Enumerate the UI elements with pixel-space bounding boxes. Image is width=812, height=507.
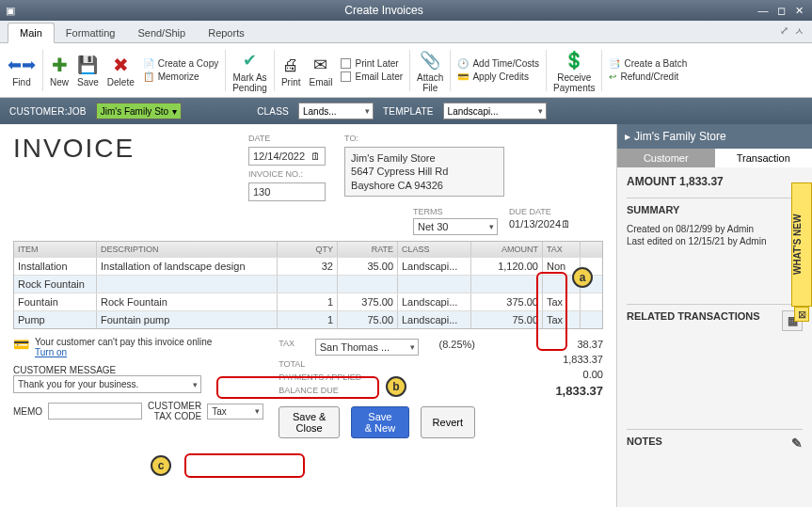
callout-a: a: [572, 267, 593, 288]
online-pay-msg: Your customer can't pay this invoice onl…: [35, 337, 212, 347]
receive-payments-button[interactable]: 💲 Receive Payments: [549, 48, 598, 93]
tax-item-select[interactable]: San Thomas ...: [315, 339, 419, 356]
table-row[interactable]: InstallationInstallation of landscape de…: [14, 257, 602, 275]
table-row[interactable]: Rock Fountain: [14, 275, 602, 293]
find-button[interactable]: ⬅➡ Find: [4, 53, 40, 87]
email-button[interactable]: ✉ Email: [305, 53, 336, 87]
save-button[interactable]: 💾 Save: [73, 53, 103, 87]
titlebar: ▣ Create Invoices — ◻ ✕: [0, 0, 812, 21]
collapse-icon[interactable]: ㅅ: [794, 24, 804, 39]
memo-field[interactable]: [48, 403, 142, 420]
window-title: Create Invoices: [15, 4, 753, 17]
save-new-button[interactable]: Save & New: [351, 406, 408, 438]
customer-message-select[interactable]: Thank you for your business.: [13, 375, 201, 393]
minimize-button[interactable]: —: [756, 4, 771, 17]
credit-card-icon: 💳: [13, 337, 29, 352]
mark-pending-button[interactable]: ✔ Mark As Pending: [229, 48, 271, 93]
invoice-no-label: INVOICE NO.:: [248, 169, 326, 179]
memorize-button[interactable]: 📋Memorize: [143, 71, 218, 82]
table-row[interactable]: PumpFountain pump175.00Landscapi...75.00…: [14, 310, 602, 328]
jobbar: CUSTOMER:JOB Jim's Family Sto▾ CLASS Lan…: [0, 98, 812, 124]
tax-amount: 38.37: [577, 339, 603, 350]
date-label: DATE: [248, 134, 326, 143]
print-button[interactable]: 🖨 Print: [278, 53, 305, 87]
refund-credit-button[interactable]: ↩Refund/Credit: [609, 71, 687, 82]
class-select[interactable]: Lands...: [298, 103, 374, 119]
balance-due: 1,833.37: [555, 384, 603, 398]
print-later-check[interactable]: Print Later: [341, 58, 403, 69]
to-label: TO:: [344, 134, 504, 143]
customer-job-field[interactable]: Jim's Family Sto▾: [96, 103, 182, 119]
tab-transaction[interactable]: Transaction: [715, 149, 813, 167]
tab-reports[interactable]: Reports: [197, 24, 256, 42]
save-close-button[interactable]: Save & Close: [279, 406, 340, 438]
app-icon: ▣: [6, 5, 15, 17]
invoice-form: INVOICE DATE 12/14/2022🗓 INVOICE NO.: 13…: [0, 124, 616, 507]
memo-label: MEMO: [13, 406, 42, 417]
tab-sendship[interactable]: Send/Ship: [126, 24, 197, 42]
expand-icon[interactable]: ⤢: [780, 24, 788, 39]
callout-c: c: [151, 455, 171, 476]
whats-new-close-icon[interactable]: ⊠: [794, 307, 809, 322]
date-field[interactable]: 12/14/2022🗓: [248, 147, 326, 166]
due-date-field[interactable]: 01/13/2024🗓: [509, 218, 603, 230]
create-batch-button[interactable]: 📑Create a Batch: [609, 58, 687, 69]
ribbon: ⬅➡ Find ✚ New 💾 Save ✖ Delete 📄Create a …: [0, 43, 812, 98]
calendar-icon[interactable]: 🗓: [561, 218, 571, 230]
class-label: CLASS: [257, 106, 289, 117]
tab-main[interactable]: Main: [8, 23, 55, 43]
tax-label: TAX: [279, 339, 295, 356]
maximize-button[interactable]: ◻: [773, 4, 788, 17]
create-copy-button[interactable]: 📄Create a Copy: [143, 58, 218, 69]
edit-notes-icon[interactable]: ✎: [791, 436, 803, 451]
invoice-heading: INVOICE: [13, 134, 230, 164]
tabstrip: Main Formatting Send/Ship Reports ⤢ ㅅ: [0, 21, 812, 43]
delete-button[interactable]: ✖ Delete: [103, 53, 138, 87]
customer-message-label: CUSTOMER MESSAGE: [13, 365, 263, 375]
terms-label: TERMS: [413, 207, 498, 216]
tab-formatting[interactable]: Formatting: [55, 24, 127, 42]
template-label: TEMPLATE: [383, 106, 434, 117]
revert-button[interactable]: Revert: [421, 406, 475, 438]
side-panel: ▸Jim's Family Store Customer Transaction…: [616, 124, 812, 507]
billto-address[interactable]: Jim's Family Store 5647 Cypress Hill Rd …: [344, 147, 504, 197]
created-line: Created on 08/12/99 by Admin: [627, 223, 803, 235]
calendar-icon[interactable]: 🗓: [310, 151, 321, 162]
new-button[interactable]: ✚ New: [46, 53, 72, 87]
edited-line: Last edited on 12/15/21 by Admin: [627, 235, 803, 247]
due-date-label: DUE DATE: [509, 207, 603, 216]
template-select[interactable]: Landscapi...: [443, 103, 547, 119]
customer-job-label: CUSTOMER:JOB: [9, 106, 87, 117]
side-header: ▸Jim's Family Store: [617, 124, 812, 149]
invoice-no-field[interactable]: 130: [248, 182, 326, 201]
tax-rate: (8.25%): [438, 339, 475, 356]
close-button[interactable]: ✕: [791, 4, 806, 17]
tab-customer[interactable]: Customer: [617, 149, 715, 167]
table-row[interactable]: FountainRock Fountain1375.00Landscapi...…: [14, 293, 602, 310]
attach-file-button[interactable]: 📎 Attach File: [413, 48, 447, 93]
apply-credits-button[interactable]: 💳Apply Credits: [457, 71, 539, 82]
customer-tax-code-label: CUSTOMER TAX CODE: [148, 401, 201, 421]
terms-select[interactable]: Net 30: [413, 218, 498, 235]
grid-header: ITEM DESCRIPTION QTY RATE CLASS AMOUNT T…: [14, 242, 602, 257]
email-later-check[interactable]: Email Later: [341, 71, 403, 82]
callout-b: b: [386, 376, 406, 397]
customer-tax-code-select[interactable]: Tax: [207, 404, 263, 420]
turn-on-link[interactable]: Turn on: [35, 347, 67, 357]
total-amount: 1,833.37: [563, 354, 603, 365]
whats-new-tab[interactable]: WHAT'S NEW: [791, 182, 812, 307]
line-item-grid: ITEM DESCRIPTION QTY RATE CLASS AMOUNT T…: [13, 241, 603, 329]
payments-applied: 0.00: [583, 369, 603, 380]
add-time-button[interactable]: 🕑Add Time/Costs: [457, 58, 539, 69]
